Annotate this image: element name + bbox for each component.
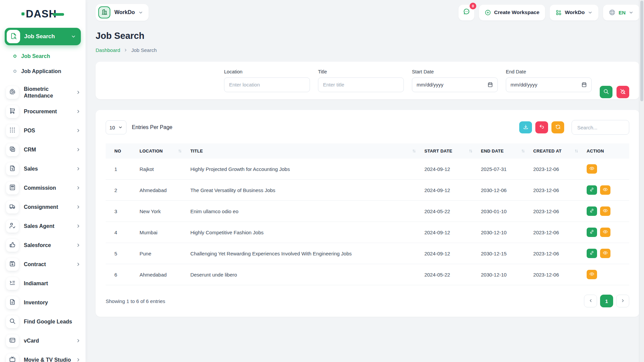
view-action-button[interactable] [600, 228, 610, 237]
sidebar-item-salesforce[interactable]: Salesforce [5, 236, 81, 255]
sidebar-item-biometric-attendance[interactable]: Biometric Attendance [5, 83, 81, 102]
sidebar-item-procurement[interactable]: Procurement [5, 102, 81, 121]
eye-icon [603, 229, 608, 235]
filter-buttons [600, 86, 629, 98]
column-header-label: CREATED AT [533, 148, 561, 154]
sidebar-item-label: Biometric Attendance [24, 86, 76, 99]
sidebar-item-movie-tv-studio[interactable]: Movie & TV Studio [5, 350, 81, 362]
link-icon [589, 208, 594, 214]
cell-start-date: 2024-09-12 [420, 180, 477, 201]
filter-field-label: Start Date [412, 69, 498, 74]
search-icon [9, 318, 16, 326]
cell-created-at: 2023-12-06 [529, 243, 583, 264]
pagination-prev-button[interactable] [584, 295, 597, 307]
brand-logo[interactable]: DASH [0, 0, 86, 22]
pagination-next-button[interactable] [616, 295, 629, 307]
view-action-button[interactable] [587, 164, 597, 174]
topbar: WorkDo 0 Create Workspace WorkDo [96, 0, 639, 21]
end-date-input[interactable]: mm/dd/yyyy [506, 77, 592, 92]
entries-per-page-select[interactable]: 10 [106, 120, 126, 134]
undo-button[interactable] [535, 121, 548, 133]
messages-badge: 0 [470, 3, 476, 9]
cell-action [583, 243, 629, 264]
view-action-button[interactable] [600, 206, 610, 216]
breadcrumb-dashboard-link[interactable]: Dashboard [96, 47, 120, 53]
column-header-start-date[interactable]: START DATE [420, 143, 477, 159]
sidebar-item-indiamart[interactable]: Indiamart [5, 274, 81, 293]
table-search-input[interactable] [572, 120, 629, 135]
table-footer: Showing 1 to 6 of 6 entries 1 [106, 295, 629, 307]
logo-text: DASH [26, 9, 57, 19]
column-header-end-date[interactable]: END DATE [477, 143, 529, 159]
table-row: 3New YorkEnim ullamco odio eo2024-05-222… [106, 201, 629, 222]
view-action-button[interactable] [600, 249, 610, 258]
sort-icon [412, 149, 416, 153]
column-header-title[interactable]: TITLE [186, 143, 420, 159]
cell-end-date: 2030-12-06 [477, 180, 529, 201]
sidebar-item-inventory[interactable]: Inventory [5, 293, 81, 312]
language-selector[interactable]: EN [603, 5, 639, 20]
sidebar-item-pos[interactable]: POS [5, 121, 81, 140]
grid-dots-icon [9, 127, 16, 135]
scrollbar-thumb[interactable] [640, 1, 643, 101]
chevron-right-icon [76, 185, 81, 190]
chevron-down-icon [588, 10, 593, 15]
location-input[interactable] [224, 77, 310, 92]
filter-search-button[interactable] [600, 86, 612, 98]
sort-icon [574, 149, 579, 153]
filter-field-location: Location [224, 69, 310, 92]
cell-location: Ahmedabad [136, 264, 186, 285]
cell-start-date: 2024-05-22 [420, 201, 477, 222]
sidebar-item-contract[interactable]: Contract [5, 255, 81, 274]
link-action-button[interactable] [587, 228, 597, 237]
sidebar-subitem-job-application[interactable]: Job Application [0, 64, 86, 79]
sidebar-item-job-search-group[interactable]: Job Search [5, 28, 81, 45]
grid-plus-icon [555, 9, 562, 16]
pagination-page-1-button[interactable]: 1 [600, 295, 613, 307]
download-button[interactable] [519, 121, 532, 133]
sidebar-item-vcard[interactable]: vCard [5, 331, 81, 350]
pagination: 1 [584, 295, 629, 307]
cell-start-date: 2024-09-12 [420, 222, 477, 243]
start-date-input[interactable]: mm/dd/yyyy [412, 77, 498, 92]
sidebar-item-crm[interactable]: CRM [5, 140, 81, 159]
filter-field-label: Title [318, 69, 404, 74]
link-icon [589, 250, 594, 256]
cell-action [583, 264, 629, 285]
table-header-row: NOLOCATIONTITLESTART DATEEND DATECREATED… [106, 143, 629, 159]
refresh-button[interactable] [551, 121, 564, 133]
link-action-button[interactable] [587, 206, 597, 216]
chevron-right-icon [621, 298, 625, 304]
cell-no: 3 [106, 201, 136, 222]
chevron-right-icon [76, 128, 81, 133]
eye-icon [589, 272, 594, 278]
title-input[interactable] [318, 77, 404, 92]
filter-clear-button[interactable] [616, 86, 629, 98]
sidebar-item-sales-agent[interactable]: Sales Agent [5, 217, 81, 236]
messages-button[interactable]: 0 [459, 5, 474, 20]
eye-icon [603, 208, 608, 214]
sidebar-item-consignment[interactable]: Consignment [5, 197, 81, 217]
sidebar-item-find-google-leads[interactable]: Find Google Leads [5, 312, 81, 331]
sidebar-item-commission[interactable]: Commission [5, 178, 81, 197]
chevron-down-icon [138, 10, 143, 15]
sidebar-subitem-job-search[interactable]: Job Search [0, 49, 86, 64]
language-label: EN [619, 10, 626, 15]
view-action-button[interactable] [587, 270, 597, 279]
workdo-menu-button[interactable]: WorkDo [550, 5, 598, 20]
fingerprint-icon [9, 88, 16, 97]
circle-icon [13, 70, 16, 73]
cell-location: Rajkot [136, 159, 186, 180]
chevron-right-icon [76, 357, 81, 362]
link-action-button[interactable] [587, 249, 597, 258]
column-header-location[interactable]: LOCATION [136, 143, 186, 159]
create-workspace-button[interactable]: Create Workspace [479, 5, 545, 20]
view-action-button[interactable] [600, 185, 610, 195]
chevron-down-icon [118, 125, 123, 130]
column-header-created-at[interactable]: CREATED AT [529, 143, 583, 159]
sidebar-item-sales[interactable]: Sales [5, 159, 81, 178]
workspace-selector[interactable]: WorkDo [96, 4, 149, 21]
message-dots-icon [463, 8, 470, 17]
eye-icon [603, 250, 608, 256]
link-action-button[interactable] [587, 185, 597, 195]
